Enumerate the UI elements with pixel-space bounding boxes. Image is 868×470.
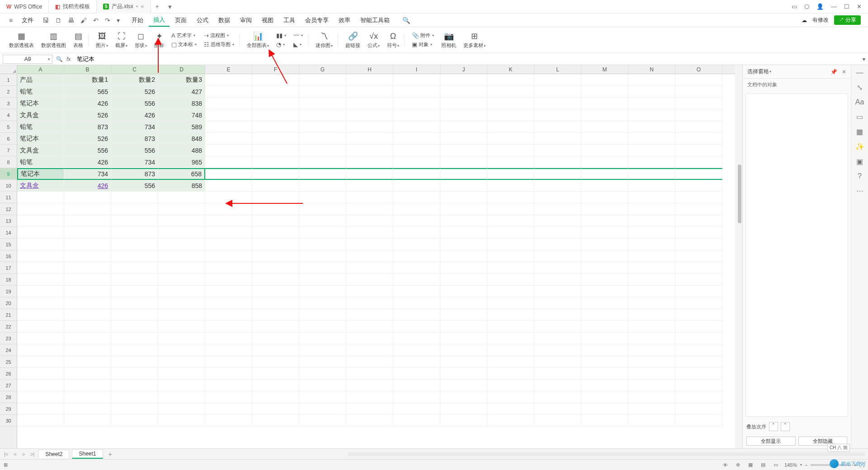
cell[interactable]: 产品 (17, 74, 64, 86)
name-box[interactable]: A9 (3, 55, 52, 64)
cell[interactable]: 文具盒 (17, 180, 64, 192)
cell[interactable] (17, 262, 64, 274)
cell[interactable]: 铅笔 (17, 121, 64, 133)
cell[interactable]: 589 (158, 121, 205, 133)
cell[interactable] (440, 415, 487, 427)
cell[interactable] (17, 391, 64, 403)
row-header-7[interactable]: 7 (0, 145, 17, 156)
cell[interactable] (252, 109, 299, 121)
cell[interactable] (158, 391, 205, 403)
cell[interactable] (252, 203, 299, 215)
cell[interactable] (628, 356, 675, 368)
menu-file[interactable]: 文件 (17, 14, 38, 26)
horizontal-scrollbar[interactable] (348, 452, 865, 456)
cell[interactable] (158, 274, 205, 286)
minimize-icon[interactable]: — (831, 3, 837, 10)
col-header-E[interactable]: E (205, 65, 252, 74)
cell[interactable] (628, 250, 675, 262)
cell[interactable] (299, 192, 346, 203)
cell[interactable] (440, 156, 487, 168)
cell[interactable] (628, 309, 675, 321)
cell[interactable] (252, 86, 299, 98)
line-chart-button[interactable]: 〰▾ (292, 31, 305, 40)
cell[interactable] (675, 215, 722, 227)
cell[interactable] (628, 239, 675, 250)
shape-button[interactable]: ◻形状▾ (133, 30, 149, 50)
cell[interactable] (675, 133, 722, 145)
cell[interactable] (534, 145, 581, 156)
cell[interactable] (299, 286, 346, 297)
row-header-25[interactable]: 25 (0, 356, 17, 368)
cell[interactable] (158, 380, 205, 391)
cell[interactable] (393, 391, 440, 403)
cell[interactable] (675, 368, 722, 380)
cell[interactable] (628, 380, 675, 391)
cell[interactable] (252, 297, 299, 309)
cell[interactable] (17, 215, 64, 227)
cell[interactable] (64, 380, 111, 391)
cell[interactable] (64, 321, 111, 333)
cell[interactable] (675, 239, 722, 250)
row-header-26[interactable]: 26 (0, 368, 17, 380)
cell[interactable] (111, 344, 158, 356)
cell[interactable] (581, 344, 628, 356)
cell[interactable] (64, 356, 111, 368)
object-button[interactable]: ▣对象▾ (410, 40, 436, 49)
cell[interactable] (534, 380, 581, 391)
cell[interactable] (252, 250, 299, 262)
formula-button[interactable]: √x公式▾ (366, 31, 382, 50)
format-painter-icon[interactable]: 🖌 (79, 17, 89, 24)
row-header-11[interactable]: 11 (0, 192, 17, 203)
cell[interactable] (487, 192, 534, 203)
tab-wps-office[interactable]: W WPS Office (0, 0, 49, 14)
cell[interactable] (675, 145, 722, 156)
move-up-button[interactable]: ˄ (769, 422, 778, 431)
cell[interactable] (299, 98, 346, 109)
cell[interactable] (346, 86, 393, 98)
cell[interactable] (205, 215, 252, 227)
cell[interactable] (64, 203, 111, 215)
cell[interactable] (534, 403, 581, 415)
cell[interactable] (299, 415, 346, 427)
cell[interactable] (299, 356, 346, 368)
cell[interactable] (64, 227, 111, 239)
table-button[interactable]: ▤表格 (71, 30, 85, 50)
row-header-2[interactable]: 2 (0, 86, 17, 98)
cell[interactable] (581, 368, 628, 380)
cell[interactable] (440, 368, 487, 380)
cell[interactable] (581, 380, 628, 391)
cell[interactable] (487, 121, 534, 133)
all-charts-button[interactable]: 📊全部图表▾ (245, 30, 271, 50)
cell[interactable] (299, 168, 346, 180)
cell[interactable]: 556 (64, 145, 111, 156)
cell[interactable] (675, 192, 722, 203)
formula-input[interactable] (74, 55, 859, 64)
cube-icon[interactable]: ⬡ (804, 3, 809, 10)
cell[interactable] (440, 145, 487, 156)
cell[interactable] (534, 74, 581, 86)
cell[interactable] (534, 274, 581, 286)
row-header-27[interactable]: 27 (0, 380, 17, 391)
cell[interactable] (393, 156, 440, 168)
cell[interactable] (299, 203, 346, 215)
cell[interactable] (158, 262, 205, 274)
cell[interactable] (628, 145, 675, 156)
cell[interactable] (252, 239, 299, 250)
cell[interactable] (299, 368, 346, 380)
move-down-button[interactable]: ˅ (781, 422, 790, 431)
cell[interactable] (346, 74, 393, 86)
cell[interactable] (487, 203, 534, 215)
close-window-icon[interactable]: ✕ (857, 3, 862, 10)
cell[interactable] (393, 250, 440, 262)
cell[interactable] (534, 415, 581, 427)
cell[interactable] (393, 109, 440, 121)
cell[interactable] (252, 333, 299, 344)
cell[interactable] (487, 168, 534, 180)
cell[interactable] (252, 168, 299, 180)
cell[interactable] (675, 180, 722, 192)
cell[interactable] (205, 98, 252, 109)
cell[interactable] (628, 286, 675, 297)
cell[interactable] (628, 403, 675, 415)
cells-area[interactable]: 产品数量1数量2数量3铅笔565526427笔记本426556838文具盒526… (17, 74, 742, 448)
row-header-24[interactable]: 24 (0, 344, 17, 356)
